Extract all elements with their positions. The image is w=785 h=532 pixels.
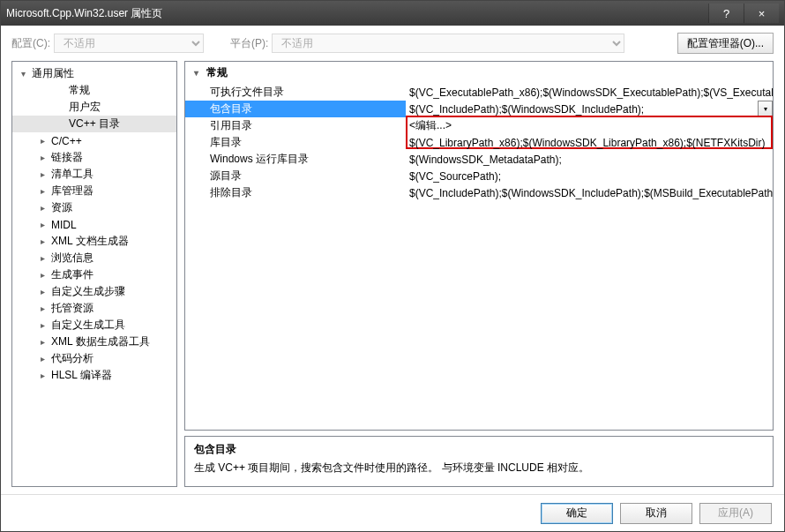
chevron-right-icon[interactable]: ▸ [37,320,48,331]
tree-item-label: 常规 [69,83,90,98]
dialog-footer: 确定 取消 应用(A) [1,494,784,531]
tree-item-label: 用户宏 [69,100,101,115]
chevron-right-icon[interactable]: ▸ [37,371,48,381]
property-row[interactable]: 排除目录$(VC_IncludePath);$(WindowsSDK_Inclu… [185,184,773,201]
platform-label: 平台(P): [230,36,268,51]
property-label: Windows 运行库目录 [185,151,406,168]
tree-item-label: 链接器 [51,150,83,165]
description-text: 生成 VC++ 项目期间，搜索包含文件时使用的路径。 与环境变量 INCLUDE… [194,461,764,476]
close-button[interactable]: × [744,4,779,23]
property-value[interactable]: $(VC_IncludePath);$(WindowsSDK_IncludePa… [406,101,773,117]
cancel-button[interactable]: 取消 [620,503,692,524]
property-label: 可执行文件目录 [185,84,406,101]
tree-item-label: XML 数据生成器工具 [51,334,150,349]
property-row[interactable]: 可执行文件目录$(VC_ExecutablePath_x86);$(Window… [185,84,773,101]
property-grid: ▾ 常规 可执行文件目录$(VC_ExecutablePath_x86);$(W… [184,61,774,431]
property-row[interactable]: 引用目录<编辑...> [185,117,773,134]
grid-section-header[interactable]: ▾ 常规 [185,62,773,84]
description-pane: 包含目录 生成 VC++ 项目期间，搜索包含文件时使用的路径。 与环境变量 IN… [184,436,774,487]
chevron-right-icon[interactable]: ▸ [37,287,48,297]
property-row[interactable]: 包含目录$(VC_IncludePath);$(WindowsSDK_Inclu… [185,101,773,117]
tree-item-label: 库管理器 [51,184,93,199]
chevron-right-icon[interactable]: ▸ [37,337,48,348]
tree-item-label: 自定义生成工具 [51,318,125,333]
property-label: 库目录 [185,134,406,151]
chevron-right-icon[interactable]: ▸ [37,203,48,214]
tree-item[interactable]: ▸库管理器 [12,183,176,199]
chevron-right-icon[interactable]: ▸ [37,220,48,230]
tree-item[interactable]: ▸MIDL [12,216,176,233]
dropdown-button[interactable]: ▾ [758,101,773,117]
tree-item-label: 通用属性 [32,66,74,81]
ok-button[interactable]: 确定 [541,503,613,524]
property-value[interactable]: $(VC_IncludePath);$(WindowsSDK_IncludePa… [406,184,773,201]
property-label: 源目录 [185,168,406,184]
chevron-right-icon[interactable]: ▸ [37,186,48,197]
property-page-window: Microsoft.Cpp.Win32.user 属性页 ? × 配置(C): … [0,0,785,532]
property-row[interactable]: 库目录$(VC_LibraryPath_x86);$(WindowsSDK_Li… [185,134,773,151]
tree-item[interactable]: ▸XML 数据生成器工具 [12,333,176,350]
tree-item[interactable]: ▸C/C++ [12,132,176,149]
chevron-right-icon[interactable]: ▸ [37,136,48,146]
property-value[interactable]: <编辑...> [406,117,773,134]
toolbar: 配置(C): 不适用 平台(P): 不适用 配置管理器(O)... [1,26,784,61]
config-label: 配置(C): [11,36,50,51]
tree-item-label: 浏览信息 [51,251,93,266]
tree-item[interactable]: ▸浏览信息 [12,250,176,266]
tree-item-label: 生成事件 [51,267,93,282]
tree-item-label: 清单工具 [51,167,93,182]
description-title: 包含目录 [194,442,764,457]
chevron-right-icon[interactable]: ▸ [37,153,48,163]
tree-item[interactable]: ▸资源 [12,199,176,216]
tree-item-label: 资源 [51,200,72,215]
property-value[interactable]: $(VC_ExecutablePath_x86);$(WindowsSDK_Ex… [406,84,773,101]
tree-item-label: XML 文档生成器 [51,234,129,249]
tree-item-label: 托管资源 [51,301,93,316]
tree-item[interactable]: ▸常规 [12,82,176,99]
tree-item[interactable]: ▸托管资源 [12,300,176,317]
platform-select[interactable]: 不适用 [272,34,624,53]
titlebar: Microsoft.Cpp.Win32.user 属性页 ? × [1,1,784,26]
tree-item-label: C/C++ [51,135,82,147]
tree-item[interactable]: ▸生成事件 [12,266,176,283]
chevron-right-icon[interactable]: ▸ [37,354,48,364]
chevron-right-icon[interactable]: ▸ [37,303,48,314]
apply-button[interactable]: 应用(A) [699,503,772,524]
tree-item[interactable]: ▸代码分析 [12,350,176,367]
tree-item[interactable]: ▸清单工具 [12,166,176,183]
tree-item-label: HLSL 编译器 [51,368,112,383]
chevron-right-icon[interactable]: ▸ [37,236,48,247]
window-title: Microsoft.Cpp.Win32.user 属性页 [6,6,708,21]
property-label: 引用目录 [185,117,406,134]
property-label: 包含目录 [185,101,406,117]
chevron-right-icon[interactable]: ▸ [37,270,48,281]
tree-item[interactable]: ▸链接器 [12,149,176,166]
chevron-down-icon: ▾ [764,105,767,113]
grid-section-title: 常规 [206,65,228,80]
tree-item[interactable]: ▸用户宏 [12,99,176,116]
config-manager-button[interactable]: 配置管理器(O)... [677,33,774,54]
chevron-down-icon: ▾ [191,68,201,79]
property-label: 排除目录 [185,184,406,201]
chevron-right-icon[interactable]: ▸ [37,253,48,264]
tree-item[interactable]: ▸XML 文档生成器 [12,233,176,250]
help-button[interactable]: ? [708,4,744,23]
property-value[interactable]: $(VC_LibraryPath_x86);$(WindowsSDK_Libra… [406,134,773,151]
tree-item[interactable]: ▸自定义生成工具 [12,317,176,333]
tree-item-label: 代码分析 [51,351,93,366]
property-value[interactable]: $(VC_SourcePath); [406,168,773,184]
tree-item-label: VC++ 目录 [69,116,120,131]
tree-item[interactable]: ▾通用属性 [12,65,176,82]
property-value[interactable]: $(WindowsSDK_MetadataPath); [406,151,773,168]
property-row[interactable]: Windows 运行库目录$(WindowsSDK_MetadataPath); [185,151,773,168]
tree-item-label: 自定义生成步骤 [51,284,125,299]
config-select[interactable]: 不适用 [54,34,204,53]
property-row[interactable]: 源目录$(VC_SourcePath); [185,168,773,184]
chevron-right-icon[interactable]: ▸ [37,169,48,180]
category-tree[interactable]: ▾通用属性▸常规▸用户宏▸VC++ 目录▸C/C++▸链接器▸清单工具▸库管理器… [11,61,177,487]
tree-item-label: MIDL [51,219,77,231]
tree-item[interactable]: ▸VC++ 目录 [12,116,176,132]
chevron-down-icon[interactable]: ▾ [18,69,28,79]
tree-item[interactable]: ▸自定义生成步骤 [12,283,176,300]
tree-item[interactable]: ▸HLSL 编译器 [12,367,176,384]
